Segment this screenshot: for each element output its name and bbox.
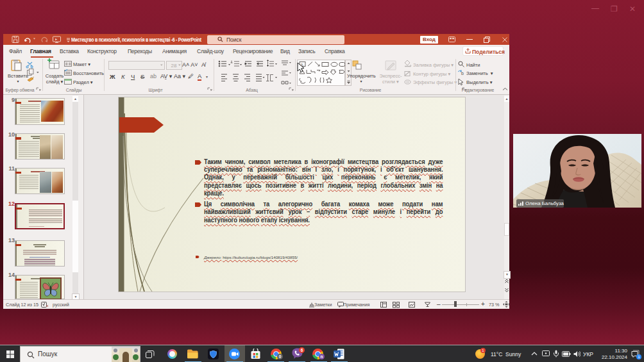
svg-text:b: b bbox=[461, 71, 464, 76]
